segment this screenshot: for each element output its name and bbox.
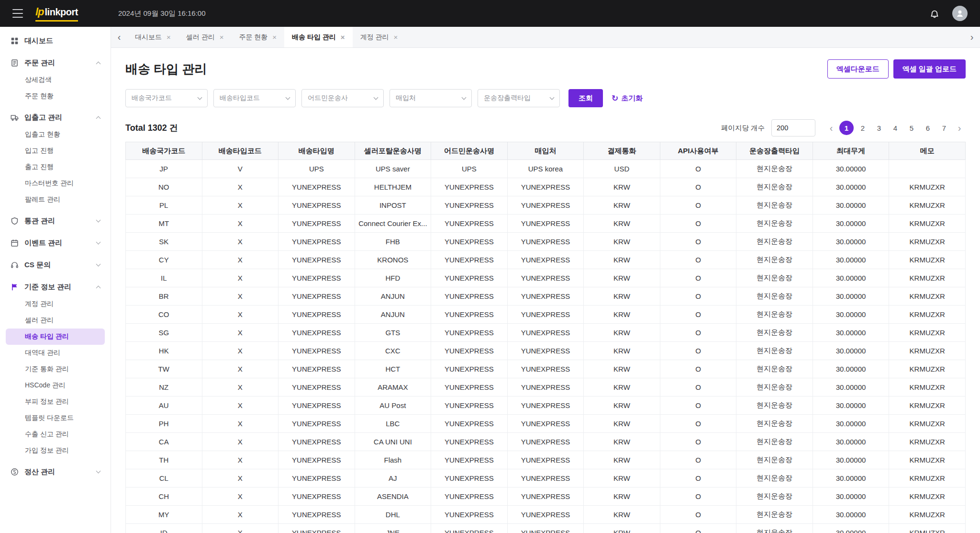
table-cell: O <box>660 506 736 524</box>
page-number[interactable]: 4 <box>888 121 902 135</box>
table-row[interactable]: JPVUPSUPS saverUPSUPS koreaUSDO현지운송장30.0… <box>126 160 966 178</box>
tab[interactable]: 대시보드× <box>127 27 178 47</box>
prev-page-icon[interactable]: ‹ <box>825 121 837 135</box>
search-button[interactable]: 조회 <box>568 89 603 107</box>
column-header[interactable]: API사용여부 <box>660 142 736 160</box>
table-row[interactable]: SGXYUNEXPRESSGTSYUNEXPRESSYUNEXPRESSKRWO… <box>126 324 966 342</box>
column-header[interactable]: 메모 <box>889 142 966 160</box>
sidebar-item[interactable]: 대시보드 <box>6 32 105 50</box>
table-row[interactable]: SKXYUNEXPRESSFHBYUNEXPRESSYUNEXPRESSKRWO… <box>126 233 966 251</box>
column-header[interactable]: 결제통화 <box>584 142 660 160</box>
table-row[interactable]: NOXYUNEXPRESSHELTHJEMYUNEXPRESSYUNEXPRES… <box>126 178 966 196</box>
sidebar-item[interactable]: 부피 정보 관리 <box>6 394 105 410</box>
sidebar-item[interactable]: 셀러 관리 <box>6 312 105 329</box>
table-row[interactable]: PLXYUNEXPRESSINPOSTYUNEXPRESSYUNEXPRESSK… <box>126 196 966 215</box>
per-page-input[interactable] <box>771 119 815 136</box>
column-header[interactable]: 매입처 <box>507 142 584 160</box>
page-number[interactable]: 2 <box>856 121 870 135</box>
column-header[interactable]: 배송국가코드 <box>126 142 202 160</box>
sidebar-item[interactable]: 기준 정보 관리 <box>6 278 105 296</box>
table-cell: KRW <box>584 342 660 360</box>
table-row[interactable]: TWXYUNEXPRESSHCTYUNEXPRESSYUNEXPRESSKRWO… <box>126 360 966 378</box>
page-number[interactable]: 6 <box>921 121 935 135</box>
excel-upload-button[interactable]: 엑셀 일괄 업로드 <box>893 59 966 79</box>
sidebar-item[interactable]: 수출 신고 관리 <box>6 426 105 442</box>
table-row[interactable]: MYXYUNEXPRESSDHLYUNEXPRESSYUNEXPRESSKRWO… <box>126 506 966 524</box>
table-cell: 현지운송장 <box>736 251 813 269</box>
table-row[interactable]: AUXYUNEXPRESSAU PostYUNEXPRESSYUNEXPRESS… <box>126 397 966 415</box>
sidebar-item[interactable]: 입고 진행 <box>6 143 105 159</box>
table-cell: YUNEXPRESS <box>278 306 355 324</box>
table-row[interactable]: PHXYUNEXPRESSLBCYUNEXPRESSYUNEXPRESSKRWO… <box>126 415 966 433</box>
column-header[interactable]: 셀러포탈운송사명 <box>355 142 431 160</box>
sidebar-item[interactable]: 템플릿 다운로드 <box>6 410 105 426</box>
filter-select[interactable]: 배송국가코드 <box>125 89 208 107</box>
tab[interactable]: 주문 현황× <box>231 27 284 47</box>
sidebar-toggle-icon[interactable] <box>12 9 23 18</box>
table-row[interactable]: IDXYUNEXPRESSJNEYUNEXPRESSYUNEXPRESSKRWO… <box>126 524 966 533</box>
excel-download-button[interactable]: 엑셀다운로드 <box>827 59 889 79</box>
sidebar-item[interactable]: 배송 타입 관리 <box>6 329 105 345</box>
sidebar-item[interactable]: 가입 정보 관리 <box>6 442 105 459</box>
filter-select[interactable]: 어드민운송사 <box>301 89 384 107</box>
tab-scroll-right-icon[interactable]: › <box>964 32 980 43</box>
table-row[interactable]: MTXYUNEXPRESSConnect Courier Ex...YUNEXP… <box>126 215 966 233</box>
tab[interactable]: 배송 타입 관리× <box>284 27 353 47</box>
page-number[interactable]: 1 <box>839 121 854 135</box>
table-row[interactable]: ILXYUNEXPRESSHFDYUNEXPRESSYUNEXPRESSKRWO… <box>126 269 966 287</box>
sidebar-item[interactable]: 상세검색 <box>6 72 105 88</box>
tab-close-icon[interactable]: × <box>272 33 277 41</box>
tab-close-icon[interactable]: × <box>341 33 345 41</box>
tab-scroll-left-icon[interactable]: ‹ <box>111 32 127 43</box>
tab[interactable]: 계정 관리× <box>353 27 406 47</box>
filter-select[interactable]: 매입처 <box>390 89 472 107</box>
table-row[interactable]: NZXYUNEXPRESSARAMAXYUNEXPRESSYUNEXPRESSK… <box>126 378 966 397</box>
tab-close-icon[interactable]: × <box>220 33 224 41</box>
sidebar-item[interactable]: 입출고 현황 <box>6 126 105 143</box>
filter-select[interactable]: 운송장출력타입 <box>478 89 560 107</box>
table-row[interactable]: CYXYUNEXPRESSKRONOSYUNEXPRESSYUNEXPRESSK… <box>126 251 966 269</box>
sidebar-item[interactable]: 통관 관리 <box>6 212 105 230</box>
sidebar-item[interactable]: 주문 현황 <box>6 88 105 104</box>
sidebar-item[interactable]: CS 문의 <box>6 256 105 274</box>
sidebar-item[interactable]: HSCode 관리 <box>6 377 105 394</box>
column-header[interactable]: 배송타입명 <box>278 142 355 160</box>
column-header[interactable]: 배송타입코드 <box>202 142 278 160</box>
table-row[interactable]: BRXYUNEXPRESSANJUNYUNEXPRESSYUNEXPRESSKR… <box>126 287 966 306</box>
next-page-icon[interactable]: › <box>953 121 966 135</box>
tab-close-icon[interactable]: × <box>167 33 171 41</box>
refresh-icon: ↻ <box>612 94 618 102</box>
sidebar-item[interactable]: 이벤트 관리 <box>6 234 105 252</box>
page-number[interactable]: 5 <box>904 121 919 135</box>
table-row[interactable]: CLXYUNEXPRESSAJYUNEXPRESSYUNEXPRESSKRWO현… <box>126 469 966 488</box>
sidebar-item[interactable]: 팔레트 관리 <box>6 192 105 208</box>
page-number[interactable]: 7 <box>937 121 951 135</box>
table-cell: 현지운송장 <box>736 196 813 215</box>
reset-button[interactable]: ↻초기화 <box>609 93 646 103</box>
sidebar-item[interactable]: 계정 관리 <box>6 296 105 312</box>
user-avatar[interactable] <box>952 6 968 21</box>
column-header[interactable]: 최대무게 <box>813 142 889 160</box>
tab-close-icon[interactable]: × <box>394 33 398 41</box>
table-row[interactable]: THXYUNEXPRESSFlashYUNEXPRESSYUNEXPRESSKR… <box>126 451 966 469</box>
notifications-bell-icon[interactable] <box>929 8 940 19</box>
sidebar-item[interactable]: 정산 관리 <box>6 463 105 481</box>
column-header[interactable]: 어드민운송사명 <box>431 142 508 160</box>
sidebar-item[interactable]: 출고 진행 <box>6 159 105 175</box>
app-logo[interactable]: lplinkport <box>35 6 78 22</box>
sidebar-item[interactable]: 입출고 관리 <box>6 108 105 126</box>
table-row[interactable]: HKXYUNEXPRESSCXCYUNEXPRESSYUNEXPRESSKRWO… <box>126 342 966 360</box>
table-cell: YUNEXPRESS <box>431 488 508 506</box>
table-row[interactable]: CAXYUNEXPRESSCA UNI UNIYUNEXPRESSYUNEXPR… <box>126 433 966 451</box>
table-row[interactable]: COXYUNEXPRESSANJUNYUNEXPRESSYUNEXPRESSKR… <box>126 306 966 324</box>
sidebar-item[interactable]: 마스터번호 관리 <box>6 175 105 192</box>
page-number[interactable]: 3 <box>872 121 886 135</box>
filter-select[interactable]: 배송타입코드 <box>213 89 296 107</box>
tab[interactable]: 셀러 관리× <box>178 27 232 47</box>
column-header[interactable]: 운송장출력타입 <box>736 142 813 160</box>
table-cell: KRW <box>584 488 660 506</box>
sidebar-item[interactable]: 주문 관리 <box>6 54 105 72</box>
table-row[interactable]: CHXYUNEXPRESSASENDIAYUNEXPRESSYUNEXPRESS… <box>126 488 966 506</box>
sidebar-item[interactable]: 기준 통화 관리 <box>6 361 105 377</box>
sidebar-item[interactable]: 대역대 관리 <box>6 345 105 361</box>
